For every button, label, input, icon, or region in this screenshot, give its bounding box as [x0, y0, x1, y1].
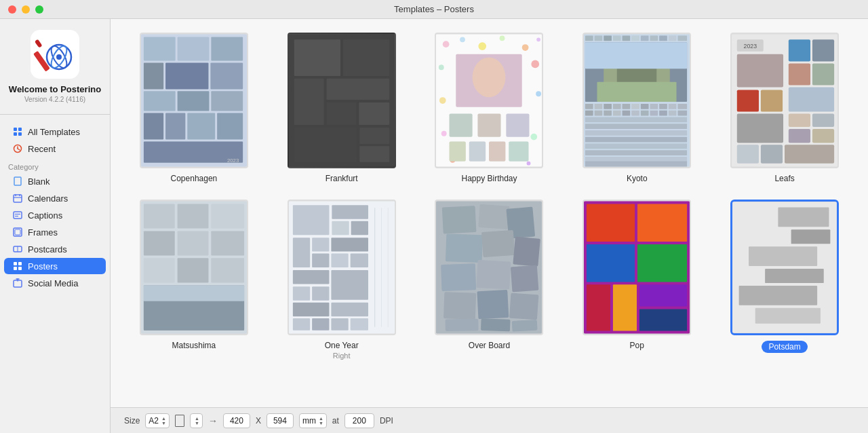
templates-grid-wrapper[interactable]: 2023 Copenhagen	[111, 19, 868, 407]
template-thumb-frankfurt	[288, 33, 396, 168]
svg-point-70	[441, 131, 447, 136]
height-input[interactable]: 594	[267, 413, 294, 428]
svg-rect-191	[481, 230, 515, 257]
svg-rect-42	[211, 91, 243, 111]
template-item-pop[interactable]: Pop	[570, 200, 704, 360]
svg-rect-185	[350, 318, 368, 331]
svg-rect-178	[293, 286, 310, 300]
svg-rect-126	[585, 143, 687, 149]
dpi-input[interactable]: 200	[344, 413, 374, 428]
sidebar-item-calendars[interactable]: Calendars	[4, 190, 106, 206]
orientation-toggle[interactable]	[175, 415, 184, 427]
sidebar-item-label: Captions	[28, 210, 62, 221]
svg-rect-143	[812, 114, 834, 128]
template-name-over-board: Over Board	[469, 341, 510, 350]
svg-rect-37	[144, 62, 163, 89]
svg-rect-141	[737, 114, 783, 143]
size-preset-select[interactable]: A2 ▲ ▼	[145, 413, 170, 428]
sidebar-item-label: All Templates	[28, 127, 80, 137]
template-item-copenhagen[interactable]: 2023 Copenhagen	[127, 33, 261, 183]
orientation-stepper[interactable]: ▲ ▼	[195, 416, 199, 426]
dpi-label: DPI	[380, 416, 393, 426]
size-preset-up-arrow[interactable]: ▲	[161, 416, 166, 421]
svg-rect-193	[441, 263, 477, 291]
sidebar-item-frames[interactable]: Frames	[4, 224, 106, 240]
svg-rect-52	[294, 79, 323, 125]
svg-rect-122	[585, 117, 687, 122]
svg-rect-88	[623, 35, 631, 41]
svg-rect-89	[631, 35, 639, 41]
svg-point-61	[460, 37, 466, 42]
unit-down-arrow[interactable]: ▼	[319, 421, 323, 426]
svg-rect-187	[442, 206, 477, 233]
svg-text:2023: 2023	[744, 43, 757, 50]
svg-rect-50	[294, 39, 340, 76]
orientation-up-arrow[interactable]: ▲	[195, 416, 199, 421]
width-input[interactable]: 420	[223, 413, 250, 428]
sidebar-item-label: Frames	[28, 227, 58, 238]
svg-rect-195	[511, 265, 538, 293]
template-name-matsushima: Matsushima	[172, 341, 216, 350]
sidebar-item-social-media[interactable]: Social Media	[4, 275, 106, 291]
template-item-one-year[interactable]: One Year Right	[275, 200, 409, 360]
sidebar-item-posters[interactable]: Posters	[4, 258, 106, 274]
svg-point-71	[531, 134, 538, 140]
window-controls[interactable]	[8, 5, 43, 14]
svg-rect-108	[659, 104, 667, 109]
unit-up-arrow[interactable]: ▲	[319, 416, 323, 421]
close-button[interactable]	[8, 5, 16, 14]
size-preset-down-arrow[interactable]: ▼	[161, 421, 166, 426]
svg-rect-15	[14, 195, 22, 202]
template-item-over-board[interactable]: Over Board	[422, 200, 557, 360]
svg-rect-214	[749, 246, 817, 266]
grid-icon-2	[12, 261, 23, 271]
template-name-happy-birthday: Happy Birthday	[461, 174, 517, 183]
svg-rect-167	[332, 205, 368, 219]
svg-rect-107	[650, 104, 658, 109]
sidebar-item-all-templates[interactable]: All Templates	[4, 124, 106, 140]
maximize-button[interactable]	[35, 5, 43, 14]
unit-stepper[interactable]: ▲ ▼	[319, 416, 323, 426]
template-item-leafs[interactable]: 2023	[717, 33, 852, 183]
svg-rect-188	[479, 204, 510, 229]
template-item-happy-birthday[interactable]: Happy Birthday	[422, 33, 557, 183]
orientation-select[interactable]: ▲ ▼	[190, 413, 203, 428]
template-item-kyoto[interactable]: Kyoto	[570, 33, 704, 183]
svg-rect-23	[15, 229, 20, 235]
svg-rect-177	[331, 270, 368, 300]
svg-rect-217	[755, 308, 821, 324]
svg-rect-134	[812, 39, 834, 61]
sidebar-item-label: Social Media	[28, 278, 78, 288]
minimize-button[interactable]	[22, 5, 30, 14]
svg-rect-57	[359, 128, 389, 144]
svg-rect-147	[761, 145, 783, 163]
template-item-potsdam[interactable]: Potsdam	[717, 200, 852, 360]
size-preset-value: A2	[149, 416, 159, 426]
sidebar-item-captions[interactable]: Captions	[4, 207, 106, 223]
template-thumb-copenhagen: 2023	[140, 33, 248, 168]
template-name-pop: Pop	[630, 341, 644, 350]
svg-rect-43	[144, 113, 163, 140]
unit-select[interactable]: mm ▲ ▼	[299, 413, 327, 428]
template-item-frankfurt[interactable]: Frankfurt	[275, 33, 409, 183]
share-icon	[12, 278, 23, 288]
text-icon	[12, 210, 23, 221]
svg-rect-129	[585, 162, 687, 167]
svg-point-66	[439, 64, 444, 70]
svg-rect-194	[477, 260, 511, 289]
sidebar-item-blank[interactable]: Blank	[4, 173, 106, 189]
svg-rect-168	[332, 221, 349, 235]
sidebar-item-postcards[interactable]: Postcards	[4, 241, 106, 257]
svg-rect-155	[211, 231, 244, 255]
grid-icon	[12, 126, 23, 137]
svg-rect-53	[326, 79, 389, 100]
svg-rect-87	[613, 35, 621, 41]
template-name-one-year: One Year	[325, 341, 359, 350]
sidebar-item-recent[interactable]: Recent	[4, 140, 106, 157]
template-item-matsushima[interactable]: Matsushima	[127, 200, 261, 360]
svg-rect-14	[14, 177, 21, 185]
size-preset-stepper[interactable]: ▲ ▼	[161, 416, 166, 426]
orientation-down-arrow[interactable]: ▼	[195, 421, 199, 426]
svg-rect-176	[293, 270, 330, 284]
svg-rect-213	[791, 229, 831, 244]
